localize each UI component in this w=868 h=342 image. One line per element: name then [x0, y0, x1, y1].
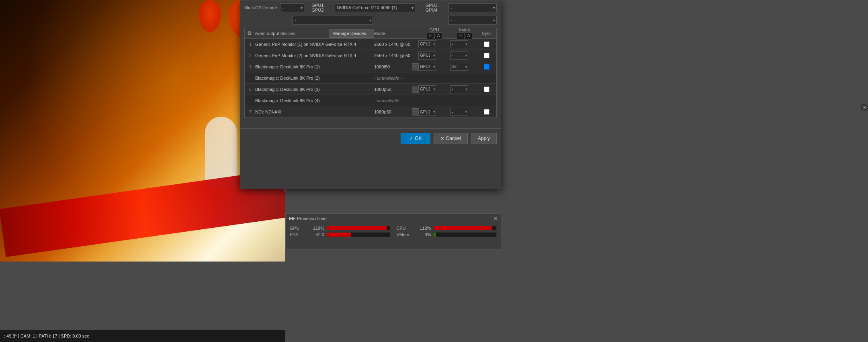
th-device: Video output devices [253, 31, 329, 36]
row-index-select-5[interactable]: - [450, 85, 468, 93]
panel-close-button[interactable]: ✕ [493, 216, 497, 221]
gpu12-select-wrap[interactable]: NVIDIA GeForce RTX 4090 [1] [335, 3, 415, 12]
row-index-select-wrap-2[interactable]: - [450, 52, 468, 60]
th-index: Index 0 A [450, 27, 479, 39]
gpu34-row2-select-wrap[interactable]: - [448, 16, 497, 25]
right-panel-close-button[interactable]: ✕ [861, 104, 868, 111]
row-num-2: 2 [246, 53, 254, 58]
row-mode-5: 1080p50 ··· [374, 86, 418, 93]
row-mode-2: 2560 x 1440 @ 60 [374, 53, 418, 58]
row-mode-4: - unavailable - [374, 76, 418, 80]
row-gpu-select-wrap-2[interactable]: GPU1 [418, 52, 436, 60]
row-mode-dots-3[interactable]: ··· [412, 63, 418, 70]
panel-title: ▶▶ ProcessorLoad [289, 216, 327, 221]
row-sync-5[interactable] [479, 87, 495, 92]
gpu34-row2-dropdown[interactable]: - [448, 16, 497, 25]
manage-devices-button[interactable]: Manage Devices... [329, 29, 374, 38]
row-num-1: 1 [246, 42, 254, 47]
row-gpu-3: GPU1 [418, 63, 450, 71]
row-num-5: 5 [246, 87, 254, 92]
row-sync-7[interactable] [479, 109, 495, 115]
row-index-select-3[interactable]: #2 [450, 63, 468, 71]
row-index-select-wrap-5[interactable]: - [450, 85, 468, 93]
gpu34-select-wrap[interactable]: - [448, 3, 497, 12]
vmem-metric-value: 3% [415, 232, 431, 237]
row-gpu-5: GPU1 [418, 85, 450, 93]
row-gpu-select-5[interactable]: GPU1 [418, 85, 436, 93]
row-mode-dots-7[interactable]: ··· [412, 108, 418, 115]
row-index-select-wrap-1[interactable]: - [450, 40, 468, 48]
cancel-button[interactable]: ✕ Cancel [434, 133, 468, 144]
row-gpu-select-3[interactable]: GPU1 [418, 63, 436, 71]
panel-arrow-icon: ▶▶ [289, 216, 295, 221]
th-sync: Sync [479, 31, 495, 36]
gpu12-dropdown[interactable]: NVIDIA GeForce RTX 4090 [1] [335, 3, 415, 12]
row-index-select-7[interactable]: - [450, 108, 468, 116]
row-gpu-2: GPU1 [418, 52, 450, 60]
fps-metric-label: FPS [290, 232, 306, 237]
sync-checkbox-5[interactable] [484, 87, 489, 92]
gpu-col-0: 0 [427, 32, 434, 39]
sync-checkbox-1[interactable] [484, 41, 489, 47]
row-device-5: Blackmagic: DeckLink 8K Pro (3) [254, 87, 374, 92]
gpu12-label: GPU1, GPU2 [311, 3, 330, 12]
row-index-select-wrap-3[interactable]: #2 [450, 63, 468, 71]
row-gpu-select-2[interactable]: GPU1 [418, 52, 436, 60]
row-index-select-2[interactable]: - [450, 52, 468, 60]
row-gpu-select-1[interactable]: GPU1 [418, 40, 436, 48]
row-mode-dots-5[interactable]: ··· [412, 86, 418, 93]
row-device-1: Generic PnP Monitor [1] on NVIDIA GeForc… [254, 42, 374, 47]
sync-checkbox-7[interactable] [484, 109, 489, 115]
row-sync-3[interactable] [479, 64, 495, 70]
row-sync-1[interactable] [479, 41, 495, 47]
row-index-select-1[interactable]: - [450, 40, 468, 48]
gpu12-row2-dropdown[interactable]: - [293, 16, 373, 25]
table-row: 1 Generic PnP Monitor [1] on NVIDIA GeFo… [245, 39, 496, 50]
right-panel: ✕ [501, 0, 868, 342]
settings-dialog: Multi-GPU mode - GPU1, GPU2 NVIDIA GeFor… [240, 0, 501, 189]
cancel-x: ✕ [440, 136, 444, 141]
row-index-select-wrap-7[interactable]: - [450, 108, 468, 116]
row-index-3: #2 [450, 63, 479, 71]
vmem-metric-row: VMem 3% [397, 232, 497, 237]
table-row: Blackmagic: DeckLink 8K Pro (2) - unavai… [245, 72, 496, 84]
row-device-6: Blackmagic: DeckLink 8K Pro (4) [254, 98, 374, 103]
cpu-metric-value: 112% [415, 226, 431, 231]
multi-gpu-select-wrap[interactable]: - [280, 3, 304, 12]
row-mode-3: 1080i50 ··· [374, 63, 418, 70]
row-gpu-select-7[interactable]: GPU1 [418, 108, 436, 116]
cpu-metric-row: CPU 112% [397, 226, 497, 231]
row-mode-1: 2560 x 1440 @ 60 [374, 42, 418, 47]
fps-metric-row: FPS 42.0 [290, 232, 390, 237]
row-index-2: - [450, 52, 479, 60]
row-num-7: 7 [246, 109, 254, 114]
fps-metric-value: 42.0 [308, 232, 324, 237]
th-gpu: GPU 0 A [418, 27, 450, 39]
gpu34-dropdown[interactable]: - [448, 3, 497, 12]
row-gpu-select-wrap-5[interactable]: GPU1 [418, 85, 436, 93]
table-row: 7 NDI: NDI-AXI 1080p30 ··· GPU1 - [245, 106, 496, 117]
panel-title-text: ProcessorLoad [297, 216, 327, 221]
gpu-bar-bg [327, 226, 390, 231]
gpu-row2: - - [240, 15, 501, 25]
row-gpu-select-wrap-1[interactable]: GPU1 [418, 40, 436, 48]
cpu-bar-bg [434, 226, 497, 231]
cpu-bar-fill [434, 226, 492, 230]
apply-button[interactable]: Apply [471, 133, 497, 144]
row-sync-2[interactable] [479, 53, 495, 58]
fps-bar-bg [327, 232, 390, 237]
gpu-bar-fill [327, 226, 387, 230]
row-gpu-select-wrap-7[interactable]: GPU1 [418, 108, 436, 116]
sync-checkbox-2[interactable] [484, 53, 489, 58]
gpu12-row2-select-wrap[interactable]: - [293, 16, 373, 25]
vmem-bar-bg [434, 232, 497, 237]
gear-icon[interactable]: ⚙ [246, 30, 253, 37]
row-gpu-select-wrap-3[interactable]: GPU1 [418, 63, 436, 71]
multi-gpu-dropdown[interactable]: - [280, 3, 304, 12]
bottom-right-area [285, 262, 501, 342]
ok-button[interactable]: ✓ OK [401, 133, 430, 144]
sync-checkbox-blue-3[interactable] [484, 64, 489, 70]
row-device-3: Blackmagic: DeckLink 8K Pro (1) [254, 64, 374, 69]
table-row: Blackmagic: DeckLink 8K Pro (4) - unavai… [245, 95, 496, 106]
row-device-7: NDI: NDI-AXI [254, 109, 374, 114]
